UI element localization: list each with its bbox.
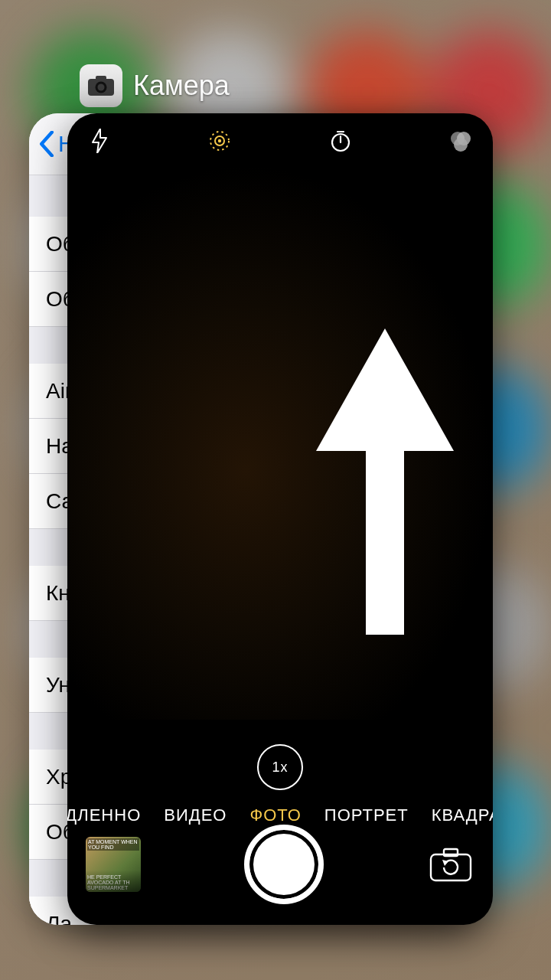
svg-point-13 (454, 138, 468, 152)
mode-photo[interactable]: ФОТО (249, 805, 301, 825)
filters-toggle[interactable] (445, 126, 476, 156)
flash-toggle[interactable] (84, 126, 115, 156)
camera-icon (87, 75, 115, 96)
timer-icon (328, 129, 353, 153)
mode-portrait[interactable]: ПОРТРЕТ (324, 805, 409, 825)
camera-card[interactable]: 1x АМЕДЛЕННО ВИДЕО ФОТО ПОРТРЕТ КВАДРАТ … (67, 113, 493, 925)
chevron-left-icon (38, 131, 55, 157)
last-photo-thumbnail[interactable]: AT MOMENT WHEN YOU FIND HE PERFECT AVOCA… (86, 837, 141, 892)
thumb-caption-top: AT MOMENT WHEN YOU FIND (87, 838, 139, 851)
camera-mode-selector[interactable]: АМЕДЛЕННО ВИДЕО ФОТО ПОРТРЕТ КВАДРАТ (67, 805, 493, 825)
camera-app-icon[interactable] (80, 64, 122, 107)
filters-icon (448, 128, 474, 154)
svg-point-6 (218, 139, 221, 142)
mode-slow[interactable]: АМЕДЛЕННО (67, 805, 141, 825)
camera-bottom-bar: AT MOMENT WHEN YOU FIND HE PERFECT AVOCA… (67, 824, 493, 905)
camera-top-bar (67, 118, 493, 164)
svg-rect-1 (96, 76, 106, 80)
flip-camera-button[interactable] (427, 845, 474, 884)
live-photo-icon (206, 127, 233, 155)
switcher-header: Камера (80, 64, 230, 107)
mode-video[interactable]: ВИДЕО (164, 805, 227, 825)
zoom-toggle[interactable]: 1x (257, 744, 303, 790)
timer-toggle[interactable] (325, 126, 356, 156)
live-photo-toggle[interactable] (204, 126, 235, 156)
svg-rect-15 (431, 854, 471, 880)
svg-marker-14 (316, 328, 454, 635)
svg-marker-4 (93, 129, 106, 153)
svg-point-3 (98, 84, 105, 91)
switcher-app-title: Камера (133, 70, 230, 102)
zoom-label: 1x (272, 760, 288, 776)
camera-viewfinder[interactable]: 1x (67, 164, 493, 720)
up-arrow-overlay-icon (312, 328, 458, 635)
shutter-button[interactable] (244, 825, 324, 904)
thumb-caption-bottom: HE PERFECT AVOCADO AT TH SUPERMARKET (87, 874, 139, 890)
flip-camera-icon (427, 845, 474, 884)
flash-icon (91, 129, 108, 153)
mode-square[interactable]: КВАДРАТ (432, 805, 493, 825)
